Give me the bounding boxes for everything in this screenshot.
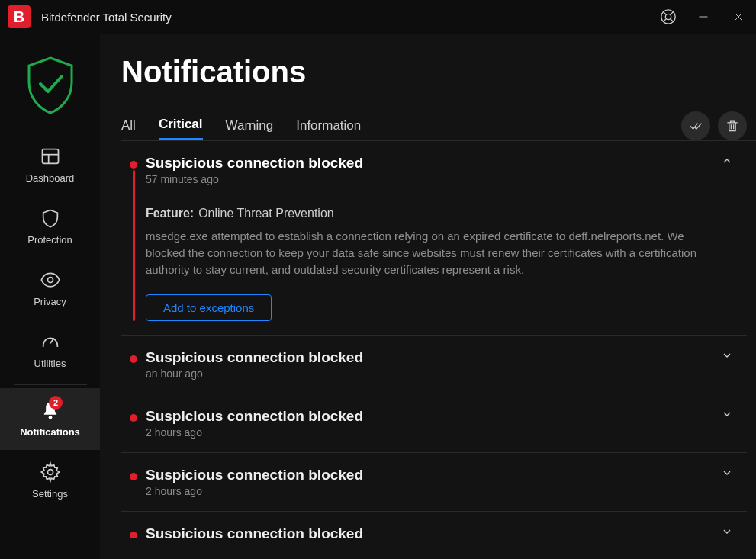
severity-line — [133, 170, 135, 321]
notification-time: 57 minutes ago — [146, 173, 709, 185]
support-icon[interactable] — [651, 0, 686, 34]
feature-label: Feature: — [146, 207, 194, 220]
speedometer-icon — [0, 330, 100, 353]
app-title: Bitdefender Total Security — [41, 11, 172, 24]
sidebar-item-privacy[interactable]: Privacy — [0, 258, 100, 320]
expand-button[interactable] — [721, 525, 733, 538]
delete-all-button[interactable] — [718, 111, 747, 140]
sidebar-item-settings[interactable]: Settings — [0, 450, 100, 512]
notification-title: Suspicious connection blocked — [146, 349, 709, 366]
eye-icon — [0, 268, 100, 291]
expand-button[interactable] — [721, 349, 733, 365]
svg-line-2 — [663, 11, 666, 14]
sidebar-item-label: Privacy — [0, 296, 100, 307]
notification-time: 2 hours ago — [146, 485, 709, 497]
sidebar-item-utilities[interactable]: Utilities — [0, 320, 100, 381]
sidebar-item-label: Settings — [0, 488, 100, 500]
notification-feature: Feature:Online Threat Prevention — [146, 207, 709, 220]
severity-dot-icon — [130, 532, 137, 538]
svg-rect-9 — [42, 149, 58, 164]
sidebar-item-label: Protection — [0, 234, 100, 246]
minimize-button[interactable] — [686, 0, 721, 34]
shield-icon — [0, 207, 100, 230]
tab-critical[interactable]: Critical — [159, 111, 203, 140]
notification-title: Suspicious connection blocked — [146, 155, 709, 172]
mark-all-read-button[interactable] — [681, 111, 710, 140]
svg-point-1 — [665, 14, 671, 19]
svg-point-16 — [48, 416, 52, 419]
sidebar-item-dashboard[interactable]: Dashboard — [0, 134, 100, 196]
notification-description: msedge.exe attempted to establish a conn… — [146, 228, 709, 278]
notifications-badge: 2 — [49, 396, 63, 410]
sidebar-item-notifications[interactable]: 2 Notifications — [0, 388, 100, 450]
tab-warning[interactable]: Warning — [226, 112, 274, 140]
notification-list: Suspicious connection blocked 57 minutes… — [121, 141, 756, 538]
severity-dot-icon — [130, 355, 137, 363]
svg-line-4 — [663, 19, 666, 22]
severity-dot-icon — [130, 161, 137, 169]
page-title: Notifications — [121, 55, 756, 89]
tab-all[interactable]: All — [121, 112, 136, 140]
sidebar-item-protection[interactable]: Protection — [0, 196, 100, 258]
add-to-exceptions-button[interactable]: Add to exceptions — [146, 294, 272, 321]
expand-button[interactable] — [721, 408, 733, 423]
collapse-button[interactable] — [721, 155, 733, 170]
sidebar-item-label: Utilities — [0, 358, 100, 369]
svg-line-5 — [671, 19, 674, 22]
close-button[interactable] — [721, 0, 756, 34]
notification-item[interactable]: Suspicious connection blocked 57 minutes… — [121, 141, 747, 336]
tab-row: All Critical Warning Information — [121, 111, 756, 141]
feature-value: Online Threat Prevention — [198, 207, 334, 220]
dashboard-icon — [0, 145, 100, 168]
severity-dot-icon — [130, 473, 137, 480]
main-content: Notifications All Critical Warning Infor… — [100, 34, 756, 559]
svg-point-12 — [47, 278, 53, 283]
notification-title: Suspicious connection blocked — [146, 467, 709, 484]
notification-item[interactable]: Suspicious connection blocked 2 hours ag… — [121, 453, 747, 512]
svg-line-3 — [671, 11, 674, 14]
notification-time: an hour ago — [146, 368, 709, 380]
notification-title: Suspicious connection blocked — [146, 408, 709, 425]
expand-button[interactable] — [721, 467, 733, 482]
severity-dot-icon — [130, 414, 137, 422]
sidebar: Dashboard Protection Privacy Utilities 2… — [0, 34, 100, 559]
notification-time: 2 hours ago — [146, 426, 709, 439]
app-logo: B — [8, 5, 31, 28]
tab-information[interactable]: Information — [296, 112, 361, 140]
notification-title: Suspicious connection blocked — [146, 525, 709, 538]
gear-icon — [0, 461, 100, 484]
sidebar-item-label: Dashboard — [0, 172, 100, 184]
sidebar-separator — [14, 384, 87, 385]
sidebar-item-label: Notifications — [0, 426, 100, 438]
svg-point-17 — [47, 470, 53, 475]
title-bar: B Bitdefender Total Security — [0, 0, 756, 34]
notification-item[interactable]: Suspicious connection blocked 2 hours ag… — [121, 394, 747, 453]
notification-item[interactable]: Suspicious connection blocked an hour ag… — [121, 336, 747, 394]
notification-item[interactable]: Suspicious connection blocked 2 hours ag… — [121, 512, 747, 538]
status-shield-icon — [24, 55, 77, 116]
